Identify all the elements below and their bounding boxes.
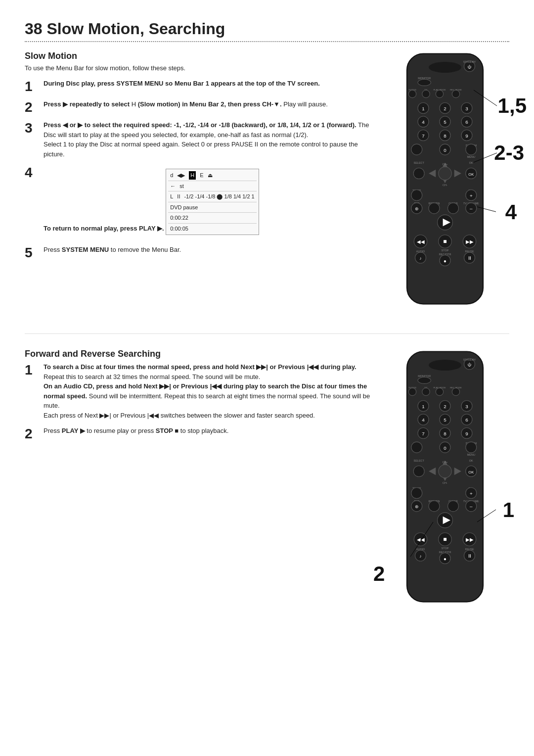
svg-point-102 <box>436 388 443 395</box>
svg-point-1 <box>429 62 461 73</box>
fr-step-2-suffix: to stop playback. <box>178 427 228 434</box>
svg-text:9: 9 <box>465 133 468 139</box>
svg-text:2: 2 <box>444 106 446 111</box>
svg-text:STOP: STOP <box>442 547 449 550</box>
svg-point-34 <box>411 144 422 155</box>
svg-point-100 <box>408 388 416 395</box>
svg-text:7: 7 <box>422 431 425 436</box>
svg-point-101 <box>422 388 430 395</box>
svg-text:+: + <box>470 491 473 496</box>
svg-text:♪: ♪ <box>419 256 421 261</box>
remote-wrapper-1: ⏻ STANDBY MONITOR TV/DVD T/C PLAY MODE R… <box>391 51 499 314</box>
svg-text:8: 8 <box>444 133 446 139</box>
svg-text:▶▶: ▶▶ <box>466 537 474 542</box>
svg-point-53 <box>411 190 422 201</box>
svg-text:4: 4 <box>422 417 425 423</box>
menu-bar-row-4: DVD pause <box>168 202 257 213</box>
remote-wrapper-2: ⏻ STANDBY MONITOR TV/DVD T/C PLAY MODE R… <box>391 349 499 612</box>
svg-point-13 <box>436 90 443 97</box>
forward-reverse-content: Forward and Reverse Searching 1 To searc… <box>25 349 371 612</box>
svg-text:6: 6 <box>465 119 468 125</box>
svg-text:7: 7 <box>422 133 425 139</box>
svg-text:SELECT: SELECT <box>413 459 424 462</box>
svg-point-64 <box>448 203 459 214</box>
svg-text:8: 8 <box>444 431 446 436</box>
step-3-text: Press ◀ or ▶ to select the required spee… <box>44 120 371 159</box>
svg-text:OK: OK <box>468 172 474 177</box>
svg-text:5: 5 <box>444 119 446 125</box>
svg-text:STOP: STOP <box>442 249 449 252</box>
svg-text:⏻: ⏻ <box>468 363 472 367</box>
svg-point-138 <box>413 466 424 477</box>
svg-text:+: + <box>470 193 473 198</box>
svg-point-127 <box>466 442 477 453</box>
step-4: 4 To return to normal play, press PLAY ▶… <box>25 165 371 239</box>
svg-text:CH-: CH- <box>443 184 447 187</box>
svg-text:9: 9 <box>465 431 468 436</box>
fr-step-1-text: To search a Disc at four times the norma… <box>44 362 371 420</box>
step-3-number: 3 <box>25 121 39 135</box>
step-1-number: 1 <box>25 80 39 94</box>
svg-text:◀◀: ◀◀ <box>417 239 425 244</box>
menu-bar-row-5: 0:00:22 <box>168 213 257 224</box>
svg-point-14 <box>452 90 459 97</box>
fr-step-1-number: 1 <box>25 363 39 377</box>
svg-text:CH-: CH- <box>443 481 447 484</box>
step-2-text: Press ▶ repeatedly to select H (Slow mot… <box>44 99 328 109</box>
step-2-number: 2 <box>25 100 39 114</box>
section-divider <box>25 333 509 334</box>
forward-reverse-title: Forward and Reverse Searching <box>25 349 371 359</box>
remote-label-4: 4 <box>505 202 517 223</box>
svg-text:6: 6 <box>465 417 468 423</box>
svg-point-103 <box>452 388 459 395</box>
forward-reverse-section: Forward and Reverse Searching 1 To searc… <box>25 349 509 612</box>
svg-point-123 <box>411 442 422 453</box>
svg-text:CH+: CH+ <box>442 163 447 166</box>
step-5-number: 5 <box>25 246 39 260</box>
fr-step-2-text: Press PLAY ▶ to resume play or press STO… <box>44 426 228 436</box>
svg-text:⏻: ⏻ <box>468 65 472 69</box>
step-5: 5 Press SYSTEM MENU to remove the Menu B… <box>25 245 371 260</box>
svg-text:3: 3 <box>465 404 468 409</box>
fr-step-2-play: PLAY ▶ <box>62 427 85 434</box>
remote-label-2-3: 2-3 <box>494 142 524 163</box>
step-4-number: 4 <box>25 166 39 180</box>
svg-text:OK: OK <box>468 470 474 474</box>
svg-text:–: – <box>470 206 473 211</box>
menu-bar-row-2: ← st <box>168 181 257 192</box>
step-5-suffix: to remove the Menu Bar. <box>109 246 181 253</box>
svg-text:1: 1 <box>422 106 425 111</box>
remote-label-1-5: 1,5 <box>498 95 527 116</box>
remote-label-2-fr: 2 <box>373 564 385 584</box>
remote-label-1-fr: 1 <box>503 500 514 520</box>
svg-point-95 <box>418 377 431 383</box>
svg-text:CH+: CH+ <box>442 461 447 464</box>
svg-text:OK: OK <box>469 459 473 462</box>
svg-point-142 <box>411 488 422 499</box>
title-divider <box>25 41 509 42</box>
remote-control-2: ⏻ STANDBY MONITOR TV/DVD T/C PLAY MODE R… <box>381 349 509 612</box>
slow-motion-title: Slow Motion <box>25 51 371 61</box>
step-2: 2 Press ▶ repeatedly to select H (Slow m… <box>25 99 371 114</box>
svg-text:◀◀: ◀◀ <box>417 537 425 542</box>
svg-point-137 <box>439 465 451 477</box>
svg-point-152 <box>429 501 440 512</box>
fr-step-2-press: Press <box>44 427 62 434</box>
fr-step-2-stop: STOP ■ <box>156 427 178 434</box>
fr-step-2-number: 2 <box>25 427 39 441</box>
slow-motion-section: Slow Motion To use the Menu Bar for slow… <box>25 51 509 314</box>
svg-point-6 <box>418 79 431 86</box>
svg-text:STANDBY: STANDBY <box>463 60 476 63</box>
slow-motion-subtitle: To use the Menu Bar for slow motion, fol… <box>25 64 371 72</box>
svg-text:1: 1 <box>422 404 425 409</box>
svg-text:■: ■ <box>443 536 446 543</box>
svg-text:–: – <box>470 504 473 509</box>
svg-text:4: 4 <box>422 119 425 125</box>
menu-bar-row-3: L II -1/2 -1/4 -1/8 ⬤ 1/8 1/4 1/2 1 <box>168 191 257 202</box>
step-1-text: During Disc play, press SYSTEM MENU so M… <box>44 79 320 89</box>
fr-step-1: 1 To search a Disc at four times the nor… <box>25 362 371 420</box>
svg-text:■: ■ <box>443 238 446 245</box>
svg-text:●: ● <box>444 258 446 264</box>
svg-text:⊛: ⊛ <box>415 206 419 211</box>
fr-step-2-resume: to resume play or press <box>85 427 156 434</box>
